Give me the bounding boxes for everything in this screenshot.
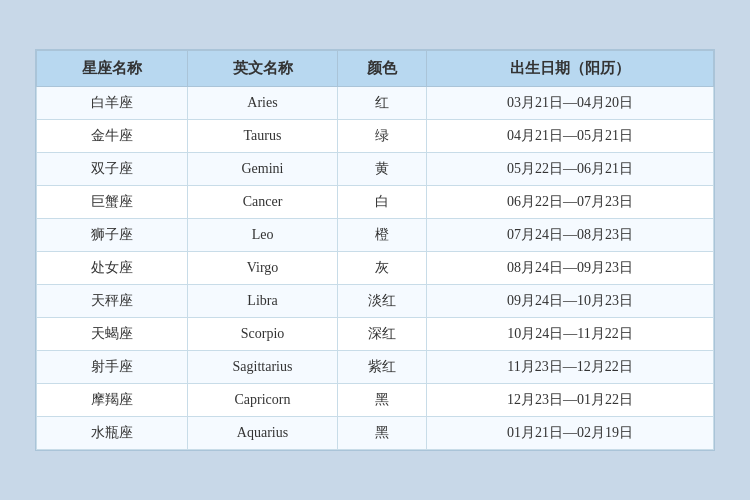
cell-english-name: Cancer [187,186,338,219]
cell-color: 黄 [338,153,427,186]
cell-chinese-name: 射手座 [37,351,188,384]
header-english-name: 英文名称 [187,51,338,87]
cell-dates: 01月21日—02月19日 [427,417,714,450]
cell-chinese-name: 金牛座 [37,120,188,153]
header-birth-date: 出生日期（阳历） [427,51,714,87]
cell-color: 黑 [338,417,427,450]
cell-chinese-name: 天蝎座 [37,318,188,351]
table-row: 巨蟹座Cancer白06月22日—07月23日 [37,186,714,219]
table-row: 射手座Sagittarius紫红11月23日—12月22日 [37,351,714,384]
cell-english-name: Leo [187,219,338,252]
cell-chinese-name: 巨蟹座 [37,186,188,219]
cell-dates: 03月21日—04月20日 [427,87,714,120]
cell-color: 紫红 [338,351,427,384]
cell-dates: 08月24日—09月23日 [427,252,714,285]
header-chinese-name: 星座名称 [37,51,188,87]
table-row: 双子座Gemini黄05月22日—06月21日 [37,153,714,186]
cell-dates: 04月21日—05月21日 [427,120,714,153]
cell-chinese-name: 摩羯座 [37,384,188,417]
cell-dates: 09月24日—10月23日 [427,285,714,318]
cell-dates: 05月22日—06月21日 [427,153,714,186]
cell-english-name: Aquarius [187,417,338,450]
cell-chinese-name: 处女座 [37,252,188,285]
cell-color: 灰 [338,252,427,285]
table-row: 水瓶座Aquarius黑01月21日—02月19日 [37,417,714,450]
cell-english-name: Virgo [187,252,338,285]
cell-chinese-name: 天秤座 [37,285,188,318]
cell-english-name: Gemini [187,153,338,186]
cell-color: 淡红 [338,285,427,318]
table-row: 天蝎座Scorpio深红10月24日—11月22日 [37,318,714,351]
cell-english-name: Aries [187,87,338,120]
table-body: 白羊座Aries红03月21日—04月20日金牛座Taurus绿04月21日—0… [37,87,714,450]
cell-english-name: Scorpio [187,318,338,351]
cell-chinese-name: 白羊座 [37,87,188,120]
cell-english-name: Taurus [187,120,338,153]
header-color: 颜色 [338,51,427,87]
zodiac-table: 星座名称 英文名称 颜色 出生日期（阳历） 白羊座Aries红03月21日—04… [36,50,714,450]
table-row: 处女座Virgo灰08月24日—09月23日 [37,252,714,285]
cell-color: 深红 [338,318,427,351]
table-row: 白羊座Aries红03月21日—04月20日 [37,87,714,120]
cell-color: 黑 [338,384,427,417]
cell-color: 绿 [338,120,427,153]
table-row: 狮子座Leo橙07月24日—08月23日 [37,219,714,252]
table-row: 天秤座Libra淡红09月24日—10月23日 [37,285,714,318]
table-header-row: 星座名称 英文名称 颜色 出生日期（阳历） [37,51,714,87]
cell-dates: 12月23日—01月22日 [427,384,714,417]
cell-chinese-name: 狮子座 [37,219,188,252]
cell-english-name: Capricorn [187,384,338,417]
cell-dates: 11月23日—12月22日 [427,351,714,384]
cell-chinese-name: 双子座 [37,153,188,186]
cell-english-name: Libra [187,285,338,318]
cell-color: 橙 [338,219,427,252]
cell-chinese-name: 水瓶座 [37,417,188,450]
cell-english-name: Sagittarius [187,351,338,384]
zodiac-table-container: 星座名称 英文名称 颜色 出生日期（阳历） 白羊座Aries红03月21日—04… [35,49,715,451]
cell-dates: 06月22日—07月23日 [427,186,714,219]
cell-color: 红 [338,87,427,120]
cell-color: 白 [338,186,427,219]
cell-dates: 10月24日—11月22日 [427,318,714,351]
table-row: 摩羯座Capricorn黑12月23日—01月22日 [37,384,714,417]
cell-dates: 07月24日—08月23日 [427,219,714,252]
table-row: 金牛座Taurus绿04月21日—05月21日 [37,120,714,153]
